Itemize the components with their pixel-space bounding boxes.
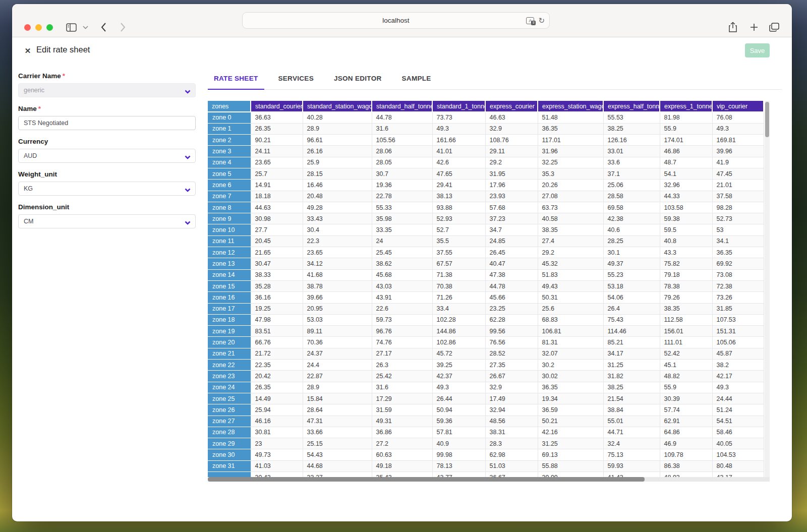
rate-cell[interactable]: 23.65 <box>303 247 372 258</box>
rate-cell[interactable]: 69.92 <box>712 258 764 269</box>
sidebar-toggle-icon[interactable] <box>65 21 78 34</box>
rate-cell[interactable]: 62.91 <box>660 416 712 427</box>
back-button-icon[interactable] <box>97 21 110 34</box>
rate-cell[interactable]: 41.43 <box>603 472 660 478</box>
rate-cell[interactable]: 54.43 <box>303 449 372 460</box>
rate-cell[interactable]: 29.11 <box>485 146 538 157</box>
rate-cell[interactable]: 70.38 <box>432 280 485 291</box>
rate-cell[interactable]: 58.46 <box>712 427 764 438</box>
rate-cell[interactable]: 30.02 <box>538 371 603 382</box>
rate-cell[interactable]: 21.72 <box>251 348 303 359</box>
rate-cell[interactable]: 64.86 <box>660 427 712 438</box>
rate-cell[interactable]: 26.35 <box>251 123 303 134</box>
rate-cell[interactable]: 22.78 <box>372 191 432 202</box>
rate-cell[interactable]: 70.36 <box>303 337 372 348</box>
rate-cell[interactable]: 17.96 <box>485 180 538 191</box>
rate-cell[interactable]: 48.56 <box>485 416 538 427</box>
share-icon[interactable] <box>726 21 739 34</box>
rate-cell[interactable]: 52.73 <box>712 213 764 224</box>
rate-cell[interactable]: 45.1 <box>660 360 712 371</box>
rate-cell[interactable]: 32.9 <box>485 123 538 134</box>
rate-cell[interactable]: 42.6 <box>432 157 485 168</box>
rate-cell[interactable]: 69.58 <box>603 202 660 213</box>
rate-cell[interactable]: 37.58 <box>712 191 764 202</box>
rate-cell[interactable]: 33.27 <box>303 472 372 478</box>
rate-cell[interactable]: 26.67 <box>485 371 538 382</box>
rate-cell[interactable]: 35.98 <box>372 213 432 224</box>
rate-cell[interactable]: 114.46 <box>603 326 660 337</box>
rate-cell[interactable]: 102.86 <box>432 337 485 348</box>
rate-cell[interactable]: 24.11 <box>251 146 303 157</box>
rate-cell[interactable]: 32.9 <box>485 382 538 393</box>
rate-cell[interactable]: 93.88 <box>432 202 485 213</box>
rate-cell[interactable]: 28.58 <box>603 191 660 202</box>
rate-cell[interactable]: 24.44 <box>712 393 764 404</box>
rate-cell[interactable]: 53.18 <box>603 280 660 291</box>
rate-cell[interactable]: 40.6 <box>603 224 660 235</box>
rate-cell[interactable]: 23.25 <box>485 303 538 314</box>
rate-cell[interactable]: 55.01 <box>603 416 660 427</box>
rate-cell[interactable]: 27.4 <box>538 235 603 247</box>
rate-cell[interactable]: 42.38 <box>603 213 660 224</box>
rate-cell[interactable]: 96.76 <box>372 326 432 337</box>
rate-cell[interactable]: 31.82 <box>603 371 660 382</box>
rate-cell[interactable]: 25.06 <box>603 180 660 191</box>
rate-cell[interactable]: 52.42 <box>660 348 712 359</box>
rate-cell[interactable]: 37.23 <box>485 213 538 224</box>
rate-cell[interactable]: 69.13 <box>538 449 603 460</box>
rate-cell[interactable]: 73.73 <box>432 112 485 123</box>
close-icon[interactable]: ✕ <box>22 45 33 56</box>
rate-cell[interactable]: 22.6 <box>372 303 432 314</box>
rate-cell[interactable]: 50.94 <box>432 404 485 416</box>
rate-cell[interactable]: 71.26 <box>432 292 485 303</box>
rate-cell[interactable]: 36.35 <box>712 247 764 258</box>
rate-cell[interactable]: 32.07 <box>538 348 603 359</box>
rate-cell[interactable]: 51.24 <box>712 404 764 416</box>
rate-cell[interactable]: 37.55 <box>432 247 485 258</box>
rate-cell[interactable]: 31.6 <box>372 382 432 393</box>
rate-cell[interactable]: 38.25 <box>603 382 660 393</box>
rate-cell[interactable]: 57.68 <box>485 202 538 213</box>
rate-cell[interactable]: 31.6 <box>372 123 432 134</box>
rate-cell[interactable]: 38.35 <box>538 224 603 235</box>
zoom-window-button[interactable] <box>46 24 53 31</box>
rate-cell[interactable]: 32.25 <box>538 157 603 168</box>
rate-cell[interactable]: 49.3 <box>712 123 764 134</box>
rate-cell[interactable]: 22.3 <box>303 235 372 247</box>
rate-cell[interactable]: 30.47 <box>251 258 303 269</box>
rate-cell[interactable]: 38.33 <box>251 269 303 280</box>
rate-cell[interactable]: 26.16 <box>303 146 372 157</box>
rate-cell[interactable]: 55.9 <box>660 123 712 134</box>
rate-cell[interactable]: 31.85 <box>712 303 764 314</box>
rate-cell[interactable]: 83.51 <box>251 326 303 337</box>
rate-cell[interactable]: 46.9 <box>660 438 712 449</box>
rate-cell[interactable]: 75.82 <box>660 258 712 269</box>
rate-cell[interactable]: 51.48 <box>538 112 603 123</box>
rate-cell[interactable]: 27.17 <box>372 348 432 359</box>
rate-cell[interactable]: 43.77 <box>432 472 485 478</box>
rate-cell[interactable]: 47.31 <box>303 416 372 427</box>
rate-cell[interactable]: 78.38 <box>660 280 712 291</box>
rate-cell[interactable]: 27.08 <box>538 191 603 202</box>
rate-cell[interactable]: 25.94 <box>251 404 303 416</box>
rate-cell[interactable]: 34.7 <box>485 224 538 235</box>
rate-cell[interactable]: 14.91 <box>251 180 303 191</box>
carrier-name-select[interactable]: generic <box>18 83 196 97</box>
rate-cell[interactable]: 49.18 <box>372 460 432 471</box>
rate-cell[interactable]: 59.38 <box>660 213 712 224</box>
save-button[interactable]: Save <box>745 43 770 57</box>
rate-cell[interactable]: 144.86 <box>432 326 485 337</box>
rate-cell[interactable]: 85.21 <box>603 337 660 348</box>
rate-cell[interactable]: 26.44 <box>432 393 485 404</box>
rate-cell[interactable]: 54.1 <box>660 168 712 179</box>
rate-cell[interactable]: 36.16 <box>251 292 303 303</box>
rate-cell[interactable]: 21.65 <box>251 247 303 258</box>
rate-cell[interactable]: 43.17 <box>712 472 764 478</box>
rate-cell[interactable]: 33.66 <box>303 427 372 438</box>
rate-cell[interactable]: 106.81 <box>538 326 603 337</box>
rate-cell[interactable]: 19.36 <box>372 180 432 191</box>
rate-cell[interactable]: 48.7 <box>660 157 712 168</box>
rate-cell[interactable]: 53.03 <box>303 314 372 325</box>
rate-cell[interactable]: 71.38 <box>432 269 485 280</box>
vertical-scrollbar[interactable] <box>765 101 770 477</box>
